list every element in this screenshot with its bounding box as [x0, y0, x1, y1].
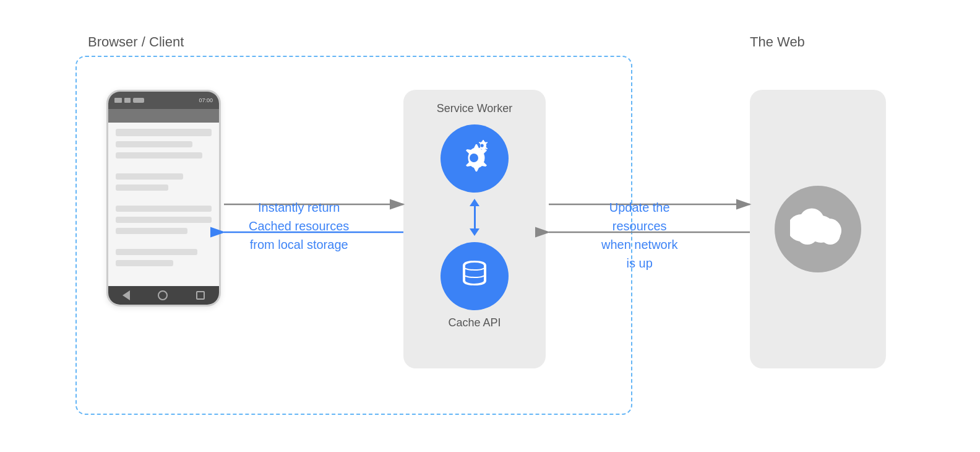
update-line-1: Update the [601, 198, 677, 217]
cache-icon-circle [441, 242, 509, 310]
nav-recent-icon [196, 291, 205, 300]
phone-content-area [108, 123, 219, 286]
content-bar-1 [116, 129, 212, 136]
content-bar-10 [116, 260, 173, 266]
return-line-1: Instantly return [249, 198, 349, 217]
return-line-2: Cached resources [249, 217, 349, 235]
diagram-container: Browser / Client 07:00 [57, 22, 923, 430]
signal-icon [114, 98, 122, 103]
svg-point-1 [470, 154, 478, 162]
nav-home-icon [158, 290, 168, 300]
return-text-label: Instantly return Cached resources from l… [249, 198, 349, 254]
spacer-2 [116, 196, 212, 201]
cloud-circle [775, 186, 861, 272]
the-web-label: The Web [750, 34, 805, 50]
return-line-3: from local storage [249, 235, 349, 254]
content-bar-7 [116, 217, 212, 223]
phone-signal-icons [114, 98, 144, 103]
content-bar-3 [116, 152, 202, 159]
gear-icon [453, 137, 496, 180]
arrow-down-icon [470, 228, 479, 236]
phone-address-bar [108, 109, 219, 123]
spacer-1 [116, 163, 212, 168]
content-bar-9 [116, 249, 197, 255]
cache-api-label: Cache API [448, 316, 501, 329]
spacer-3 [116, 239, 212, 244]
content-bar-6 [116, 206, 212, 212]
phone-status-bar: 07:00 [108, 92, 219, 109]
phone-time: 07:00 [199, 97, 213, 103]
sw-vertical-double-arrow [470, 199, 479, 236]
database-icon [455, 256, 495, 297]
phone-nav-bar [108, 286, 219, 305]
svg-point-16 [820, 225, 840, 245]
gear-icon-circle [441, 124, 509, 193]
cloud-icon [790, 201, 846, 257]
service-worker-label: Service Worker [437, 102, 513, 115]
vertical-line [474, 205, 476, 230]
update-line-2: resources [601, 217, 677, 235]
content-bar-2 [116, 141, 192, 147]
content-bar-8 [116, 228, 187, 234]
battery-icon [133, 98, 144, 103]
svg-point-13 [465, 277, 484, 284]
wifi-icon [124, 98, 131, 103]
the-web-box [750, 90, 886, 368]
nav-back-icon [123, 290, 130, 300]
content-bar-4 [116, 173, 183, 180]
service-worker-box: Service Worker [403, 90, 546, 368]
update-text-label: Update the resources when network is up [601, 198, 677, 272]
svg-point-3 [481, 144, 484, 147]
update-line-4: is up [601, 254, 677, 272]
update-line-3: when network [601, 235, 677, 254]
browser-client-label: Browser / Client [88, 34, 184, 50]
content-bar-5 [116, 185, 168, 191]
phone-mockup: 07:00 [106, 90, 221, 368]
